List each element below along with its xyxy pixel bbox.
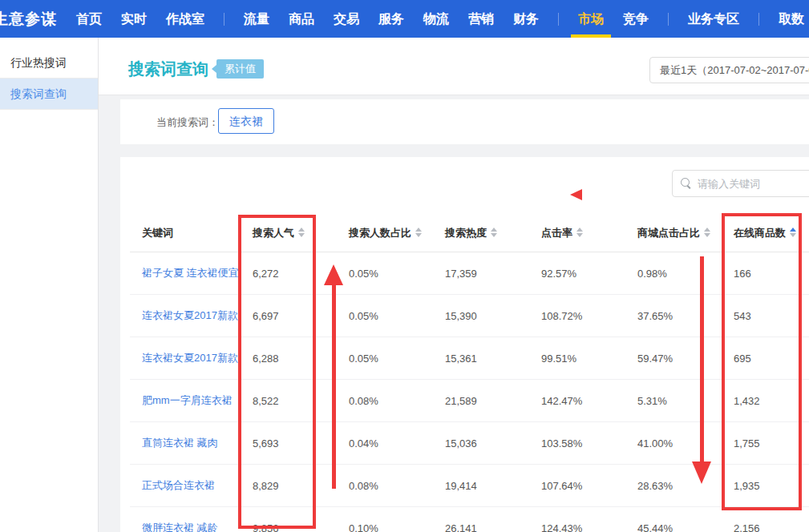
keyword-link[interactable]: 连衣裙女夏2017新款... [142, 309, 241, 321]
value-cell: 37.65% [625, 295, 722, 337]
date-range-picker[interactable]: 最近1天（2017-07-02~2017-07-02） [649, 57, 809, 83]
nav-separator [668, 13, 669, 26]
nav-item-业务专区[interactable]: 业务专区 [688, 0, 739, 38]
value-cell: 6,288 [241, 337, 337, 380]
value-cell: 0.10% [337, 507, 433, 532]
nav-separator [558, 13, 559, 26]
value-cell: 1,935 [722, 465, 809, 507]
table-row: 连衣裙女夏2017新款...6,2880.05%15,36199.51%59.4… [130, 337, 809, 380]
value-cell: 59.47% [625, 337, 722, 380]
nav-item-服务[interactable]: 服务 [378, 0, 404, 38]
table-row: 裙子女夏 连衣裙便宜5..6,2720.05%17,35992.57%0.98%… [130, 252, 809, 295]
column-label: 在线商品数 [734, 227, 786, 239]
nav-items: 首页实时作战室流量商品交易服务物流营销财务市场竞争业务专区取数 [76, 0, 804, 38]
column-header-关键词: 关键词 [130, 215, 241, 252]
column-label: 搜索人气 [253, 227, 294, 239]
value-cell: 108.72% [529, 295, 625, 337]
column-label: 点击率 [541, 227, 572, 239]
sidebar: 行业热搜词搜索词查询 [0, 38, 99, 532]
table-row: 直筒连衣裙 藏肉5,6930.04%15,036103.58%41.00%1,7… [130, 422, 809, 465]
nav-item-营销[interactable]: 营销 [468, 0, 494, 38]
nav-item-市场[interactable]: 市场 [578, 0, 604, 38]
keyword-link[interactable]: 正式场合连衣裙 [142, 479, 215, 491]
keyword-cell: 裙子女夏 连衣裙便宜5.. [130, 252, 241, 295]
column-header-点击率[interactable]: 点击率 [529, 215, 625, 252]
keyword-link[interactable]: 微胖连衣裙 减龄 [142, 522, 218, 532]
value-cell: 695 [722, 337, 809, 380]
value-cell: 6,697 [241, 295, 337, 337]
value-cell: 0.08% [337, 380, 433, 422]
nav-item-首页[interactable]: 首页 [76, 0, 102, 38]
sort-icon[interactable] [491, 228, 497, 237]
sort-icon[interactable] [576, 228, 583, 237]
column-header-搜索人数占比[interactable]: 搜索人数占比 [337, 215, 433, 252]
nav-separator [224, 13, 224, 26]
value-cell: 28.63% [625, 465, 722, 507]
table-header-row: 关键词搜索人气搜索人数占比搜索热度点击率商城点击占比在线商品数 [130, 215, 809, 252]
value-cell: 8,522 [241, 380, 337, 422]
value-cell: 41.00% [625, 422, 722, 465]
results-panel: 关键词搜索人气搜索人数占比搜索热度点击率商城点击占比在线商品数 裙子女夏 连衣裙… [120, 157, 809, 532]
value-cell: 1,432 [722, 380, 809, 422]
table-row: 肥mm一字肩连衣裙8,5220.08%21,589142.47%5.31%1,4… [130, 380, 809, 422]
sort-icon[interactable] [704, 228, 710, 237]
value-cell: 8,829 [241, 465, 337, 507]
keyword-cell: 正式场合连衣裙 [130, 465, 241, 507]
value-cell: 21,589 [433, 380, 529, 422]
column-header-商城点击占比[interactable]: 商城点击占比 [625, 215, 722, 252]
sidebar-item-行业热搜词[interactable]: 行业热搜词 [0, 47, 98, 79]
app-logo[interactable]: 生意参谋 [0, 9, 57, 30]
keyword-link[interactable]: 连衣裙女夏2017新款... [142, 352, 241, 364]
value-cell: 6,272 [241, 252, 337, 295]
search-term-tag[interactable]: 连衣裙 [218, 108, 274, 134]
nav-item-竞争[interactable]: 竞争 [623, 0, 649, 38]
current-search-term-panel: 当前搜索词： 连衣裙 [120, 99, 809, 144]
nav-item-财务[interactable]: 财务 [513, 0, 539, 38]
value-cell: 0.04% [337, 422, 433, 465]
keyword-link[interactable]: 直筒连衣裙 藏肉 [142, 437, 218, 449]
value-cell: 124.43% [529, 507, 625, 532]
value-cell: 0.05% [337, 295, 433, 337]
keyword-link[interactable]: 裙子女夏 连衣裙便宜5.. [142, 267, 241, 279]
keyword-cell: 微胖连衣裙 减龄 [130, 507, 241, 532]
nav-item-作战室[interactable]: 作战室 [166, 0, 204, 38]
nav-item-实时[interactable]: 实时 [121, 0, 147, 38]
value-cell: 15,361 [433, 337, 529, 380]
keyword-cell: 直筒连衣裙 藏肉 [130, 422, 241, 465]
column-header-搜索人气[interactable]: 搜索人气 [241, 215, 337, 252]
value-cell: 142.47% [529, 380, 625, 422]
nav-item-商品[interactable]: 商品 [289, 0, 314, 38]
sort-icon[interactable] [298, 228, 305, 237]
keyword-cell: 连衣裙女夏2017新款... [130, 337, 241, 380]
keyword-search-input[interactable] [698, 178, 809, 190]
column-label: 商城点击占比 [637, 227, 700, 239]
value-cell: 5.31% [625, 380, 722, 422]
nav-item-物流[interactable]: 物流 [423, 0, 449, 38]
nav-item-流量[interactable]: 流量 [244, 0, 269, 38]
keyword-cell: 肥mm一字肩连衣裙 [130, 380, 241, 422]
sidebar-item-搜索词查询[interactable]: 搜索词查询 [0, 79, 98, 110]
column-label: 搜索人数占比 [349, 227, 411, 239]
keyword-link[interactable]: 肥mm一字肩连衣裙 [142, 394, 233, 406]
sort-icon[interactable] [415, 228, 422, 237]
table-row: 正式场合连衣裙8,8290.08%19,414107.64%28.63%1,93… [130, 465, 809, 507]
value-cell: 17,359 [433, 252, 529, 295]
nav-item-交易[interactable]: 交易 [334, 0, 359, 38]
keyword-cell: 连衣裙女夏2017新款... [130, 295, 241, 337]
value-cell: 15,036 [433, 422, 529, 465]
value-cell: 5,693 [241, 422, 337, 465]
nav-item-取数[interactable]: 取数 [779, 0, 804, 38]
value-cell: 0.98% [625, 252, 722, 295]
value-cell: 1,755 [722, 422, 809, 465]
column-header-搜索热度[interactable]: 搜索热度 [433, 215, 529, 252]
table-body: 裙子女夏 连衣裙便宜5..6,2720.05%17,35992.57%0.98%… [130, 252, 809, 532]
value-cell: 166 [722, 252, 809, 295]
keyword-search-box [672, 170, 809, 197]
sort-icon[interactable] [790, 228, 796, 237]
value-cell: 92.57% [529, 252, 625, 295]
column-label: 关键词 [142, 227, 173, 239]
value-cell: 0.05% [337, 337, 433, 380]
value-cell: 9,856 [241, 507, 337, 532]
column-header-在线商品数[interactable]: 在线商品数 [722, 215, 809, 252]
value-cell: 45.44% [625, 507, 722, 532]
